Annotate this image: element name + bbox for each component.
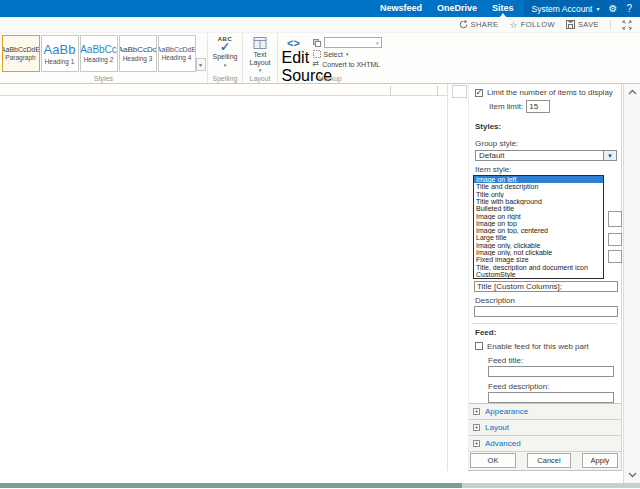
style-sample: AaBbCcDdE — [158, 46, 196, 53]
tool-pane-button[interactable]: Apply — [582, 453, 618, 468]
style-name: Paragraph — [5, 54, 35, 61]
feed-description-input[interactable] — [488, 392, 614, 403]
item-style-option[interactable]: Image on left — [474, 176, 603, 183]
item-style-option[interactable]: Title, description and document icon — [474, 264, 603, 271]
item-style-option[interactable]: Image only, not clickable — [474, 249, 603, 256]
item-style-option[interactable]: Fixed image size — [474, 256, 603, 263]
help-icon[interactable]: ? — [626, 0, 632, 17]
hidden-field-edge — [608, 233, 622, 246]
scroll-up-icon[interactable] — [628, 89, 637, 95]
expand-plus-icon[interactable]: + — [473, 408, 480, 415]
zone-corner-box — [452, 85, 467, 98]
tool-pane-button[interactable]: Cancel — [527, 453, 571, 468]
item-style-listbox[interactable]: Image on left Title and description Titl… — [473, 175, 604, 279]
expand-plus-icon[interactable]: + — [473, 424, 480, 431]
style-gallery-item[interactable]: AaBbCcDd Heading 3 — [119, 35, 157, 72]
description-input[interactable] — [474, 306, 618, 317]
collapsible-section[interactable]: + Appearance — [469, 404, 621, 420]
item-style-option[interactable]: Image on top, centered — [474, 227, 603, 234]
expand-plus-icon[interactable]: + — [473, 440, 480, 447]
collapsible-section[interactable]: + Layout — [469, 420, 621, 436]
share-button[interactable]: SHARE — [459, 20, 499, 29]
item-style-option[interactable]: Title only — [474, 191, 603, 198]
section-label: Layout — [485, 423, 509, 432]
follow-button[interactable]: ☆ FOLLOW — [509, 20, 555, 30]
select-label: Select — [324, 51, 343, 58]
spellcheck-icon: ✓ — [220, 42, 230, 53]
save-icon — [566, 20, 575, 29]
share-icon — [459, 20, 468, 29]
style-name: Heading 4 — [162, 54, 192, 61]
follow-label: FOLLOW — [521, 20, 555, 29]
select-icon — [313, 50, 321, 58]
feed-title-input[interactable] — [488, 366, 614, 377]
item-limit-input[interactable] — [526, 100, 550, 113]
spelling-button-label: Spelling — [213, 53, 238, 61]
item-style-option[interactable]: Title and description — [474, 183, 603, 190]
item-style-option[interactable]: Bulleted title — [474, 205, 603, 212]
focus-on-content-icon[interactable] — [622, 20, 632, 30]
gallery-more-button[interactable]: ▼ — [196, 58, 206, 71]
item-style-option[interactable]: Image on right — [474, 213, 603, 220]
suite-nav-link[interactable]: OneDrive — [437, 0, 477, 17]
hidden-field-edge — [608, 211, 622, 227]
item-style-option[interactable]: Large title — [474, 234, 603, 241]
limit-items-checkbox[interactable]: ✓ — [475, 89, 483, 97]
style-sample: AaBbCc — [80, 44, 117, 55]
item-style-row: Item style: — [469, 165, 621, 174]
convert-to-xhtml-button[interactable]: ⇄ Convert to XHTML — [313, 60, 382, 68]
text-layout-button[interactable]: Text Layout ▾ — [242, 35, 278, 73]
title-slot-input[interactable] — [474, 281, 618, 292]
ribbon-group-layout: Text Layout ▾ Layout — [242, 33, 277, 83]
enable-feed-checkbox[interactable] — [475, 342, 483, 350]
horizontal-scrollbar[interactable] — [0, 483, 640, 488]
spelling-button[interactable]: ABC ✓ Spelling ▾ — [207, 35, 243, 68]
suite-bar: Newsfeed OneDrive Sites System Account ▾… — [0, 0, 640, 17]
webpart-tool-pane: ✓ Limit the number of items to display I… — [468, 84, 622, 471]
chevron-down-icon: ▼ — [198, 62, 203, 68]
section-label: Appearance — [485, 407, 528, 416]
styles-group-label: Styles — [0, 75, 207, 82]
style-gallery-item[interactable]: AaBb Heading 1 — [41, 35, 79, 72]
chevron-down-icon: ▾ — [259, 67, 262, 73]
ribbon-group-markup: <> Edit Source ▾ — [277, 33, 382, 83]
group-style-label: Group style: — [475, 139, 518, 148]
limit-items-row: ✓ Limit the number of items to display — [469, 88, 621, 97]
save-button[interactable]: SAVE — [566, 20, 599, 29]
suite-nav-link[interactable]: Sites — [492, 0, 514, 17]
item-style-option[interactable]: CustomStyle — [474, 271, 603, 278]
item-style-option[interactable]: Title with background — [474, 198, 603, 205]
style-name: Heading 2 — [84, 56, 114, 63]
style-gallery-item[interactable]: AaBbCcDdE Paragraph — [2, 35, 40, 72]
settings-gear-icon[interactable]: ⚙ — [608, 0, 617, 17]
select-button[interactable]: Select ▾ — [313, 50, 382, 58]
style-gallery-item[interactable]: AaBbCc Heading 2 — [80, 35, 118, 72]
item-style-listbox-wrap: Image on left Title and description Titl… — [473, 175, 621, 279]
horizontal-scroll-thumb[interactable] — [0, 483, 462, 488]
scroll-down-icon[interactable] — [628, 472, 637, 478]
action-bar-divider — [610, 20, 611, 30]
tool-pane-button[interactable]: OK — [470, 453, 516, 468]
account-menu[interactable]: System Account — [532, 4, 593, 14]
sharepoint-edit-page: Newsfeed OneDrive Sites System Account ▾… — [0, 0, 640, 489]
format-text-ribbon: AaBbCcDdE Paragraph AaBb Heading 1 AaBbC… — [0, 33, 640, 84]
suite-nav-link[interactable]: Newsfeed — [380, 0, 422, 17]
chevron-down-icon: ▾ — [346, 51, 349, 57]
item-style-option[interactable]: Image on top — [474, 220, 603, 227]
convert-label: Convert to XHTML — [322, 61, 380, 68]
feed-description-label: Feed description: — [488, 382, 549, 391]
group-style-select[interactable]: Default ▼ — [475, 150, 617, 161]
suite-account-area: System Account ▾ ⚙ ? — [524, 0, 640, 17]
vertical-scrollbar[interactable] — [623, 84, 640, 483]
ribbon-group-spelling: ABC ✓ Spelling ▾ Spelling — [207, 33, 242, 83]
item-style-option[interactable]: Image only, clickable — [474, 242, 603, 249]
markup-styles-icon — [313, 39, 321, 47]
styles-section-header: Styles: — [469, 122, 621, 131]
style-gallery-item[interactable]: AaBbCcDdE Heading 4 — [158, 35, 196, 72]
collapsible-section[interactable]: + Advanced — [469, 436, 621, 452]
edit-source-icon: <> — [287, 37, 300, 49]
item-limit-label: Item limit: — [489, 102, 523, 111]
tool-pane-buttons: OK Cancel Apply — [469, 452, 621, 470]
markup-styles-combobox[interactable]: ▾ — [324, 37, 382, 48]
text-layout-label: Text Layout — [247, 51, 273, 66]
